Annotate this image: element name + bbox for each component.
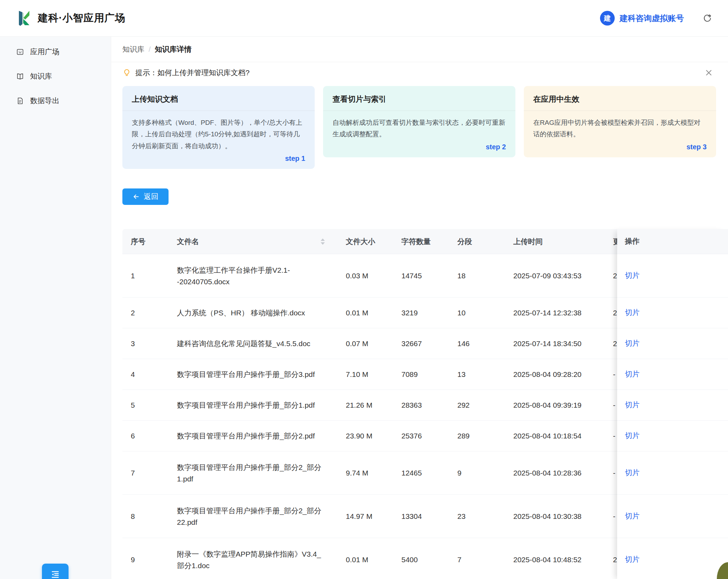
char-count: 12465 (393, 451, 449, 495)
breadcrumb-parent[interactable]: 知识库 (122, 44, 144, 54)
file-name: 附录一《数字监理APP简易操作指南》V3.4_部分1.doc (169, 538, 337, 579)
close-icon[interactable] (704, 68, 713, 77)
column-header-filename[interactable]: 文件名 (169, 229, 337, 254)
sidebar-item-label: 数据导出 (30, 96, 59, 106)
upload-time: 2025-07-14 12:32:38 (505, 298, 605, 328)
sidebar-item-app-plaza[interactable]: 应用广场 (0, 42, 111, 62)
column-header-action: 操作 (617, 229, 728, 254)
row-index: 6 (122, 421, 169, 451)
sidebar-item-data-export[interactable]: 数据导出 (0, 91, 111, 111)
step-card-body: 在RAG应用中切片将会被模型检索并召回，形成大模型对话的依据语料。 (524, 111, 716, 142)
row-index: 7 (122, 451, 169, 495)
segment-count: 10 (449, 298, 505, 328)
tip-banner: 提示：如何上传并管理知识库文档? (111, 62, 728, 83)
char-count: 25376 (393, 421, 449, 451)
slice-action-link[interactable]: 切片 (625, 369, 640, 379)
breadcrumb-current: 知识库详情 (155, 44, 192, 54)
data-export-icon (16, 97, 24, 105)
action-cell: 切片 (617, 421, 728, 451)
sidebar-item-label: 知识库 (30, 71, 52, 81)
action-cell: 切片 (617, 538, 728, 579)
breadcrumb-separator: / (149, 45, 151, 53)
app-plaza-icon (16, 48, 24, 56)
knowledge-base-icon (16, 72, 24, 80)
company-logo-icon (15, 10, 32, 27)
action-cell: 切片 (617, 451, 728, 495)
step-card-body: 自动解析成功后可查看切片数量与索引状态，必要时可重新生成或调整配置。 (323, 111, 515, 142)
slice-action-link[interactable]: 切片 (625, 431, 640, 441)
file-name: 数字项目管理平台用户操作手册_部分1.pdf (169, 390, 337, 421)
file-size: 14.97 M (337, 495, 393, 538)
row-index: 5 (122, 390, 169, 421)
sidebar-item-knowledge-base[interactable]: 知识库 (0, 66, 111, 86)
logout-icon[interactable] (702, 13, 713, 23)
action-cell: 切片 (617, 254, 728, 298)
main-content: 知识库 / 知识库详情 提示：如何上传并管理知识库文档? 上传知识文档 支持多种… (111, 37, 728, 579)
breadcrumb: 知识库 / 知识库详情 (111, 37, 728, 62)
file-name: 数字项目管理平台用户操作手册_部分2_部分22.pdf (169, 495, 337, 538)
documents-table: 序号 文件名 文件大小 字符数量 分段 上传时间 更 (122, 229, 728, 579)
action-cell: 切片 (617, 328, 728, 359)
file-size: 0.07 M (337, 328, 393, 359)
slice-action-link[interactable]: 切片 (625, 308, 640, 317)
fixed-action-column: 操作 切片切片切片切片切片切片切片切片切片 (617, 229, 728, 579)
slice-action-link[interactable]: 切片 (625, 555, 640, 564)
row-index: 3 (122, 328, 169, 359)
char-count: 5400 (393, 538, 449, 579)
segment-count: 7 (449, 538, 505, 579)
file-size: 7.10 M (337, 359, 393, 390)
file-size: 21.26 M (337, 390, 393, 421)
back-button[interactable]: 返回 (122, 188, 169, 205)
slice-action-link[interactable]: 切片 (625, 468, 640, 478)
slice-action-link[interactable]: 切片 (625, 511, 640, 521)
slice-action-link[interactable]: 切片 (625, 400, 640, 410)
user-name[interactable]: 建科咨询虚拟账号 (620, 13, 684, 24)
char-count: 3219 (393, 298, 449, 328)
step-card-slices: 查看切片与索引 自动解析成功后可查看切片数量与索引状态，必要时可重新生成或调整配… (323, 86, 515, 157)
upload-time: 2025-07-09 03:43:53 (505, 254, 605, 298)
file-name: 数字化监理工作平台操作手册V2.1--20240705.docx (169, 254, 337, 298)
app-title: 建科·小智应用广场 (38, 11, 126, 25)
file-name: 数字项目管理平台用户操作手册_部分3.pdf (169, 359, 337, 390)
step-card-body: 支持多种格式（Word、PDF、图片等），单个/总大小有上限，上传后自动处理（约… (122, 111, 315, 154)
lightbulb-icon (122, 69, 131, 77)
row-index: 4 (122, 359, 169, 390)
upload-time: 2025-08-04 10:28:36 (505, 451, 605, 495)
column-header-charcount: 字符数量 (393, 229, 449, 254)
step-card-title: 查看切片与索引 (323, 86, 515, 111)
user-avatar[interactable]: 建 (600, 11, 615, 26)
back-button-label: 返回 (144, 192, 158, 201)
upload-time: 2025-08-04 10:30:38 (505, 495, 605, 538)
slice-action-link[interactable]: 切片 (625, 338, 640, 348)
segment-count: 292 (449, 390, 505, 421)
file-name: 人力系统（PS、HR） 移动端操作.docx (169, 298, 337, 328)
file-size: 0.01 M (337, 538, 393, 579)
segment-count: 9 (449, 451, 505, 495)
menu-fold-icon (50, 569, 60, 579)
file-size: 9.74 M (337, 451, 393, 495)
segment-count: 289 (449, 421, 505, 451)
file-name: 建科咨询信息化常见问题答疑_v4.5.5.doc (169, 328, 337, 359)
tip-text: 提示：如何上传并管理知识库文档? (135, 68, 250, 78)
action-cell: 切片 (617, 495, 728, 538)
segment-count: 23 (449, 495, 505, 538)
step-label: step 2 (323, 142, 515, 157)
sidebar-collapse-button[interactable] (42, 564, 69, 579)
upload-time: 2025-08-04 10:48:52 (505, 538, 605, 579)
file-size: 23.90 M (337, 421, 393, 451)
sidebar: 应用广场 知识库 数据导出 (0, 37, 111, 579)
arrow-left-icon (133, 193, 140, 200)
segment-count: 13 (449, 359, 505, 390)
action-cell: 切片 (617, 298, 728, 328)
step-label: step 3 (524, 142, 716, 157)
step-card-title: 上传知识文档 (122, 86, 315, 111)
upload-time: 2025-07-14 18:34:50 (505, 328, 605, 359)
slice-action-link[interactable]: 切片 (625, 271, 640, 280)
char-count: 7089 (393, 359, 449, 390)
step-label: step 1 (122, 154, 315, 169)
step-card-apply: 在应用中生效 在RAG应用中切片将会被模型检索并召回，形成大模型对话的依据语料。… (524, 86, 716, 157)
row-index: 1 (122, 254, 169, 298)
column-header-segments: 分段 (449, 229, 505, 254)
action-cell: 切片 (617, 390, 728, 421)
sort-icon[interactable] (321, 238, 325, 245)
